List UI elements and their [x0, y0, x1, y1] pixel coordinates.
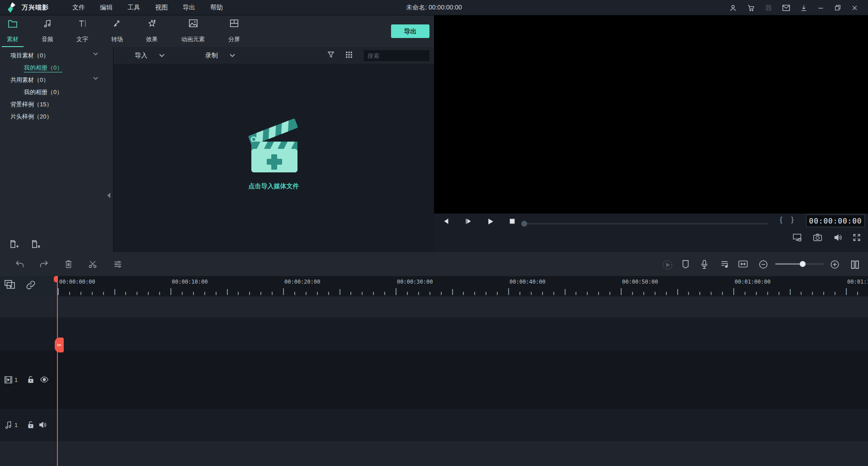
tab-text[interactable]: 文字 — [71, 19, 93, 45]
grid-view-icon[interactable] — [345, 51, 353, 59]
ruler-tick — [756, 292, 757, 295]
menu-view[interactable]: 视图 — [152, 4, 170, 12]
undo-icon[interactable] — [15, 260, 25, 268]
export-button[interactable]: 导出 — [391, 24, 429, 38]
ruler-tick — [204, 292, 205, 295]
add-to-track-icon[interactable] — [4, 280, 16, 290]
timeline-playhead[interactable]: ✂ — [57, 276, 58, 466]
tab-audio[interactable]: 音频 — [37, 19, 58, 45]
redo-icon[interactable] — [39, 260, 49, 268]
snapshot-camera-icon[interactable] — [813, 233, 822, 242]
mark-out-icon[interactable]: } — [791, 216, 793, 224]
ruler-tick — [125, 292, 126, 295]
menu-edit[interactable]: 编辑 — [97, 4, 115, 12]
menu-file[interactable]: 文件 — [70, 4, 88, 12]
play-icon[interactable] — [486, 218, 494, 225]
ruler-tick — [340, 289, 340, 295]
audio-mixer-icon[interactable] — [720, 260, 729, 269]
filter-icon[interactable] — [327, 51, 335, 59]
import-media-dropzone[interactable]: 点击导入媒体文件 — [113, 64, 434, 252]
ruler-tick — [159, 292, 160, 295]
volume-icon[interactable] — [834, 233, 843, 242]
zoom-slider-handle[interactable] — [800, 261, 806, 267]
seek-handle[interactable] — [521, 221, 527, 227]
next-frame-icon[interactable] — [464, 218, 472, 225]
sidebar-collapse-handle[interactable] — [107, 193, 110, 198]
timeline-zoom-slider[interactable] — [775, 263, 824, 265]
ruler-tick — [238, 292, 239, 295]
timeline-header-cell — [0, 276, 57, 296]
ruler-tick — [857, 292, 858, 295]
close-icon[interactable] — [851, 5, 858, 11]
sidebar-item-intro-samples[interactable]: 片头样例（20） — [0, 110, 113, 123]
speaker-icon[interactable] — [39, 421, 47, 428]
sidebar-item-background-samples[interactable]: 背景样例（15） — [0, 98, 113, 110]
fit-timeline-icon[interactable] — [738, 260, 748, 268]
stop-icon[interactable] — [509, 218, 516, 225]
sidebar-item-my-album-2[interactable]: 我的相册（0） — [0, 86, 113, 98]
trash-icon[interactable] — [64, 260, 73, 269]
cart-icon[interactable] — [747, 4, 755, 12]
zoom-in-icon[interactable] — [830, 260, 840, 269]
ruler-tick — [767, 292, 768, 295]
audio-track-icon[interactable] — [5, 421, 12, 429]
ruler-tick — [542, 292, 543, 295]
tab-splitscreen[interactable]: 分屏 — [223, 19, 245, 45]
menu-help[interactable]: 帮助 — [208, 4, 226, 12]
download-icon[interactable] — [800, 4, 807, 12]
ruler-tick — [576, 292, 576, 295]
lock-icon[interactable] — [27, 376, 34, 384]
timeline-ruler[interactable]: 00:00:00:0000:00:10:0000:00:20:0000:00:3… — [57, 276, 868, 296]
delete-folder-icon[interactable] — [31, 239, 42, 248]
tab-transition[interactable]: 转场 — [106, 19, 128, 45]
ruler-tick — [823, 292, 824, 295]
marker-icon[interactable] — [682, 260, 689, 269]
eye-icon[interactable] — [40, 376, 49, 383]
timeline-empty-row[interactable] — [0, 318, 868, 351]
tab-effects[interactable]: 效果 — [141, 19, 163, 45]
sidebar-item-project-media[interactable]: 项目素材（0） — [0, 49, 113, 62]
lock-icon[interactable] — [27, 421, 34, 429]
element-image-icon — [189, 19, 198, 28]
restore-icon[interactable] — [834, 4, 841, 11]
mail-icon[interactable] — [782, 5, 790, 11]
menu-export[interactable]: 导出 — [180, 4, 198, 12]
import-button[interactable]: 导入 — [135, 52, 147, 60]
ruler-tick — [733, 288, 734, 295]
ruler-tick — [407, 292, 408, 295]
add-folder-icon[interactable] — [10, 239, 21, 248]
fullscreen-icon[interactable] — [853, 233, 861, 242]
minimize-icon[interactable] — [817, 5, 824, 11]
playhead-scissors-handle[interactable]: ✂ — [55, 338, 64, 352]
audio-track-lane[interactable] — [0, 409, 868, 441]
video-track-lane[interactable] — [0, 351, 868, 409]
adjust-icon[interactable] — [113, 260, 123, 269]
playhead-flag[interactable] — [54, 276, 58, 282]
chevron-down-icon[interactable] — [159, 54, 165, 57]
scissors-icon[interactable] — [88, 260, 97, 269]
voiceover-mic-icon[interactable] — [701, 260, 708, 269]
ruler-tick — [80, 292, 81, 295]
mark-in-icon[interactable]: { — [780, 216, 782, 224]
ruler-tick — [722, 292, 723, 295]
seek-bar[interactable] — [522, 223, 769, 224]
save-icon[interactable] — [765, 4, 772, 11]
preview-option-bar — [434, 229, 868, 248]
sidebar-item-my-album[interactable]: 我的相册（0） — [0, 62, 113, 74]
film-track-icon[interactable] — [4, 376, 13, 384]
user-icon[interactable] — [729, 4, 737, 12]
display-settings-icon[interactable] — [793, 233, 802, 242]
chevron-down-icon[interactable] — [230, 54, 235, 57]
zoom-out-icon[interactable] — [759, 260, 768, 269]
media-toolbar: 导入 录制 — [113, 47, 434, 64]
sidebar-item-shared-media[interactable]: 共用素材（0） — [0, 74, 113, 86]
prev-frame-icon[interactable] — [442, 218, 450, 225]
link-icon[interactable] — [26, 280, 36, 290]
track-manager-icon[interactable] — [850, 260, 860, 270]
menu-tools[interactable]: 工具 — [125, 4, 143, 12]
record-button[interactable]: 录制 — [205, 52, 218, 60]
tab-elements[interactable]: 动画元素 — [176, 19, 210, 45]
media-panel: 项目素材（0） 我的相册（0） 共用素材（0） 我的相册（0） 背景样例（15）… — [0, 47, 434, 252]
tab-media[interactable]: 素材 — [2, 19, 24, 45]
render-preview-icon[interactable] — [662, 260, 673, 270]
